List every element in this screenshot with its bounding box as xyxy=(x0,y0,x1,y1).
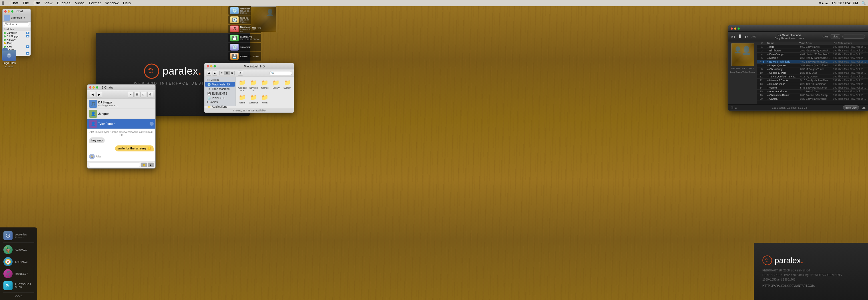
col-bitrate[interactable]: Bit Rate xyxy=(832,42,843,44)
itunes-view-label[interactable]: View xyxy=(831,34,840,39)
chat-row-jungren[interactable]: 👤 Jungren xyxy=(87,109,155,119)
finder-icon-view[interactable]: ⊞ xyxy=(224,71,229,76)
itunes-track-row[interactable]: 3 ⬥ El Tiburon 2:59 Alexis/Baby Ranks/..… xyxy=(757,49,868,53)
itunes-close-btn[interactable] xyxy=(731,27,733,30)
itunes-track-row[interactable]: 11 ⬥ Te He Querido, Te He Llorado 4:15 I… xyxy=(757,75,868,79)
itunes-track-row[interactable]: 8 ⬥ Oh, Johnny! 3:59 Mr Vegas/Tunes 192 … xyxy=(757,67,868,71)
finder-sidebar-elements[interactable]: 💾 ELEMENTS xyxy=(205,91,235,96)
itunes-track-row[interactable]: 16 ⬥ Obsession Remix 3:38 Frankie J/Mr P… xyxy=(757,93,868,97)
finder-item-system[interactable]: 📁 System xyxy=(282,78,293,92)
buddy-hallway[interactable]: Hallway xyxy=(3,38,31,41)
finder-max-btn[interactable] xyxy=(214,65,216,67)
apple-menu[interactable]:  xyxy=(2,1,4,6)
itunes-track-row[interactable]: 14 ⬥ Verme 5:48 Baby Ranks/Nonct 192 kbp… xyxy=(757,86,868,90)
finder-item-applications[interactable]: 📁 Applications xyxy=(237,78,248,92)
finder-sidebar-timemachine[interactable]: ⏱ Time Machine xyxy=(205,87,235,91)
menu-file[interactable]: File xyxy=(23,1,29,5)
finder-item-users[interactable]: 📁 Users xyxy=(237,93,248,104)
chats-close-button[interactable] xyxy=(89,86,91,89)
col-name[interactable]: Name xyxy=(767,42,797,44)
menu-video[interactable]: Video xyxy=(75,1,85,5)
itunes-track-row[interactable]: 12 ⬥ Mirame 2 Remix 3:15 Daddy Yankee/De… xyxy=(757,79,868,82)
chats-prev-btn[interactable]: ◀ xyxy=(90,92,95,97)
menu-buddies[interactable]: Buddies xyxy=(57,1,70,5)
chats-maximize-button[interactable] xyxy=(96,86,98,89)
stack-principe[interactable]: 💿 PRINCIPE xyxy=(228,43,261,52)
itunes-track-row[interactable]: 13 ⬥ Dejame Volar 3:26 Tito "El Bambino"… xyxy=(757,82,868,86)
itunes-track-row[interactable]: 4♦ ▶ ♦ Es Mejor Olvidarlo 4:52 Baby Rank… xyxy=(757,60,868,64)
col-album[interactable]: Album xyxy=(844,42,867,44)
dock-item-itunes[interactable]: 🎵 ITUNES.07 xyxy=(2,268,35,280)
paralex-url[interactable]: HTTP://PARALEXLX.DEVIANTART.COM/ xyxy=(762,284,860,288)
col-time[interactable]: Time xyxy=(797,42,805,44)
chat-input[interactable] xyxy=(89,162,140,167)
itunes-icon1[interactable]: ⊞ xyxy=(731,106,734,110)
finder-item-games[interactable]: 📁 Games xyxy=(259,78,270,92)
dock-item-logo[interactable]: Logo Files 13 items xyxy=(2,230,35,242)
chats-view-btn3[interactable]: □ xyxy=(141,92,146,97)
finder-sidebar-macintosh[interactable]: 💿 Macintosh HD xyxy=(205,82,235,87)
buddy-iplop[interactable]: iPlop xyxy=(3,41,31,45)
itunes-min-btn[interactable] xyxy=(734,27,736,30)
chats-next-btn[interactable]: ▶ xyxy=(96,92,102,97)
status-dropdown[interactable]: ▼ xyxy=(23,17,26,19)
itunes-track-row[interactable]: 15 ⬥ Acorralandome 2:14 Trebol Clan 192 … xyxy=(757,90,868,93)
finder-close-btn[interactable] xyxy=(207,65,209,67)
ichat-search-field[interactable]: To More ▼ xyxy=(4,22,29,26)
finder-item-work[interactable]: 📁 Work xyxy=(259,93,270,104)
finder-list-view[interactable]: ≡ xyxy=(219,71,224,76)
finder-action-btn[interactable]: ⚙ xyxy=(238,70,243,76)
maximize-button[interactable] xyxy=(11,10,13,12)
menu-ichat[interactable]: iChat xyxy=(10,1,18,5)
itunes-search-field[interactable] xyxy=(842,35,865,38)
buddy-joey[interactable]: Joey ▶ xyxy=(3,45,31,48)
finder-item-windows[interactable]: 📁 Windows xyxy=(248,93,259,104)
search-menubar-icon[interactable]: 🔍 xyxy=(862,1,866,5)
itunes-burn-disc-btn[interactable]: Burn Disc xyxy=(843,106,859,110)
stack-elements[interactable]: 💾 ELEMENTS 232.16, 20.11 GB free xyxy=(228,34,261,42)
menu-format[interactable]: Format xyxy=(89,1,101,5)
itunes-track-row[interactable]: 4 ⬥ Dale Castigo 4:09 Hector "El Bambino… xyxy=(757,53,868,56)
buddy-djslugga[interactable]: DJ Slugga ▶ xyxy=(3,35,31,38)
dock-item-adium[interactable]: 🦆 ADIUM.01 xyxy=(2,244,35,256)
finder-item-library[interactable]: 📁 Library xyxy=(271,78,281,92)
itunes-icon2[interactable]: ≡ xyxy=(735,106,737,110)
dock-item-safari[interactable]: 🧭 SAFARI.03 xyxy=(2,256,35,268)
chats-view-btn2[interactable]: ⊞ xyxy=(134,92,140,97)
itunes-next-btn[interactable]: ⏭ xyxy=(745,34,749,39)
itunes-track-row[interactable]: 10 ⬥ Subele El Pelo 2:23 Tony Diaz 192 k… xyxy=(757,71,868,75)
finder-back-btn[interactable]: ◀ xyxy=(206,70,211,76)
chat-row-djslugga[interactable]: 🎵 DJ Slugga msdn giv me an ... xyxy=(87,99,155,109)
finder-min-btn[interactable] xyxy=(210,65,212,67)
finder-fwd-btn[interactable]: ▶ xyxy=(212,70,217,76)
stack-754gb[interactable]: 💾 754 GB 7.11 Drive xyxy=(228,52,261,61)
col-artist[interactable]: Artist xyxy=(806,42,832,44)
menu-edit[interactable]: Edit xyxy=(33,1,40,5)
chats-action-btn[interactable]: ⚙ xyxy=(147,92,153,97)
col-num[interactable]: # xyxy=(758,42,763,44)
chat-row-tyler[interactable]: 👤 Tyler Panton ✓ xyxy=(87,119,155,129)
chats-view-btn1[interactable]: ≡ xyxy=(128,92,134,97)
close-button[interactable] xyxy=(4,10,6,12)
logo-files-desktop-icon[interactable]: Logo Files 13 items xyxy=(2,50,16,68)
itunes-prev-btn[interactable]: ⏮ xyxy=(731,34,735,39)
finder-search-field[interactable]: 🔍 xyxy=(269,71,292,75)
itunes-max-btn[interactable] xyxy=(738,27,740,30)
smiley-btn[interactable]: 😊 xyxy=(141,162,147,167)
finder-item-developer[interactable]: 📁 Developer xyxy=(248,78,259,92)
itunes-track-row[interactable]: 5 ⬥ Mirame 3:59 Daddy Yankee/Dee... 192 … xyxy=(757,56,868,60)
itunes-play-btn[interactable]: ⏸ xyxy=(738,33,743,39)
finder-cover-view[interactable]: ▣ xyxy=(229,71,235,76)
dock-item-photoshop[interactable]: Ps PHOTOSHOP CL.03 xyxy=(2,280,35,292)
menu-help[interactable]: Help xyxy=(123,1,131,5)
buddy-cameron[interactable]: Cameron ▶ xyxy=(3,31,31,35)
itunes-track-row[interactable]: 1 ⬥ Intro 0:59 Baby Ranks 192 kbps Mas F… xyxy=(757,45,868,49)
itunes-track-row[interactable]: 7 ⬥ Mayor Que Yo 3:59 Mayor Que Yo/Daddy… xyxy=(757,64,868,67)
minimize-button[interactable] xyxy=(8,10,10,12)
menu-view[interactable]: View xyxy=(44,1,53,5)
send-btn[interactable]: ▶ xyxy=(148,162,154,167)
finder-sidebar-principe[interactable]: 💿 PRINCIPE xyxy=(205,96,235,100)
itunes-track-row[interactable]: 20 ⬥ Cansta 3:27 Baby Ranks/Voltio 192 k… xyxy=(757,97,868,101)
itunes-eject-icon[interactable]: ⏏ xyxy=(862,106,866,110)
menu-window[interactable]: Window xyxy=(105,1,119,5)
